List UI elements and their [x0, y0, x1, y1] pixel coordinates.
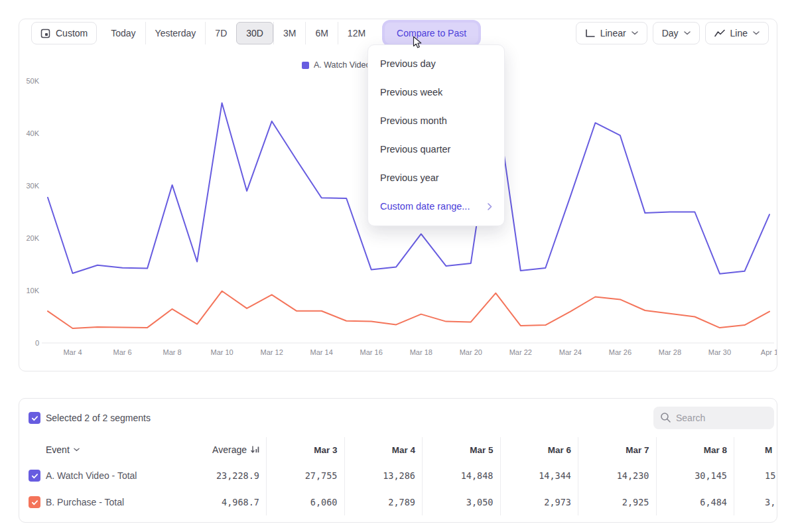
- svg-text:30K: 30K: [26, 182, 39, 190]
- compare-to-past-menu: Previous day Previous week Previous mont…: [367, 44, 505, 226]
- date-column-header: Mar 6: [500, 437, 578, 462]
- menu-item-previous-week[interactable]: Previous week: [368, 78, 504, 107]
- legend-swatch: [302, 62, 309, 69]
- date-column-header: Mar 4: [344, 437, 423, 462]
- svg-text:Mar 16: Mar 16: [360, 348, 383, 356]
- row-value: 6,060: [266, 489, 344, 515]
- date-column-header: Mar 8: [656, 437, 734, 462]
- row-checkbox[interactable]: [29, 470, 40, 482]
- row-label: B. Purchase - Total: [46, 497, 124, 507]
- select-all-checkbox[interactable]: [29, 412, 40, 424]
- check-icon: [31, 472, 38, 480]
- chevron-down-icon: [753, 31, 760, 35]
- svg-text:10K: 10K: [26, 287, 39, 295]
- row-average: 4,968.7: [185, 497, 266, 507]
- chart-display-controls: Linear Day Line: [576, 22, 769, 44]
- svg-text:Mar 6: Mar 6: [113, 348, 131, 356]
- row-value-clipped: 15,: [734, 462, 777, 489]
- svg-text:Mar 14: Mar 14: [310, 348, 333, 356]
- search-box: [653, 407, 774, 429]
- range-today[interactable]: Today: [101, 22, 145, 44]
- row-average: 23,228.9: [185, 470, 266, 481]
- svg-text:Mar 22: Mar 22: [509, 348, 532, 356]
- row-label: A. Watch Video - Total: [46, 470, 137, 481]
- custom-range-label: Custom: [56, 28, 88, 38]
- menu-item-previous-month[interactable]: Previous month: [368, 107, 504, 135]
- date-column-header: Mar 7: [578, 437, 656, 462]
- scale-label: Linear: [600, 28, 626, 38]
- date-range-group: Today Yesterday 7D 30D 3M 6M 12M: [101, 22, 375, 44]
- event-column-header[interactable]: Event: [19, 444, 185, 455]
- event-header-label: Event: [46, 444, 70, 455]
- segments-card: Selected 2 of 2 segments Event Average M…: [19, 398, 777, 523]
- row-value: 14,344: [500, 462, 578, 489]
- chart-type-label: Line: [730, 28, 748, 38]
- date-column-header: Mar 5: [422, 437, 500, 462]
- row-value: 13,286: [344, 462, 423, 489]
- segments-selected-text: Selected 2 of 2 segments: [46, 413, 151, 423]
- interval-dropdown[interactable]: Day: [653, 22, 700, 44]
- menu-item-custom-date-range[interactable]: Custom date range...: [368, 192, 504, 221]
- date-column-header-clipped: M: [734, 437, 777, 462]
- svg-text:Apr 1: Apr 1: [761, 348, 777, 356]
- chevron-down-icon: [684, 31, 691, 35]
- linear-axis-icon: [585, 29, 595, 38]
- row-value-clipped: 3,: [734, 489, 777, 515]
- svg-text:Mar 24: Mar 24: [559, 348, 582, 356]
- date-column-header: Mar 3: [266, 437, 344, 462]
- scale-dropdown[interactable]: Linear: [576, 22, 647, 44]
- row-value: 6,484: [656, 489, 734, 515]
- svg-text:Mar 12: Mar 12: [261, 348, 283, 356]
- average-header-label: Average: [212, 444, 247, 455]
- search-icon: [660, 412, 671, 423]
- row-value: 27,755: [266, 462, 344, 489]
- menu-item-previous-quarter[interactable]: Previous quarter: [368, 135, 504, 164]
- row-value: 14,230: [578, 462, 656, 489]
- table-header-row: Event Average Mar 3 Mar 4 Mar 5 Mar 6 Ma…: [19, 437, 777, 462]
- custom-range-button[interactable]: Custom: [31, 22, 97, 44]
- search-input[interactable]: [676, 407, 771, 429]
- sort-descending-icon: [251, 446, 259, 454]
- check-icon: [31, 415, 38, 422]
- segments-header: Selected 2 of 2 segments: [29, 407, 774, 429]
- compare-to-past-button[interactable]: Compare to Past: [385, 23, 478, 44]
- chevron-down-icon: [74, 448, 80, 452]
- svg-text:50K: 50K: [26, 77, 39, 85]
- chevron-right-icon: [488, 203, 492, 210]
- row-value: 30,145: [656, 462, 734, 489]
- custom-date-range-label: Custom date range...: [380, 192, 470, 221]
- range-12m[interactable]: 12M: [338, 22, 375, 44]
- svg-text:Mar 30: Mar 30: [708, 348, 731, 356]
- svg-text:Mar 28: Mar 28: [659, 348, 681, 356]
- line-chart-icon: [714, 29, 725, 37]
- svg-text:Mar 8: Mar 8: [163, 348, 182, 356]
- range-6m[interactable]: 6M: [305, 22, 337, 44]
- chart-type-dropdown[interactable]: Line: [705, 22, 769, 44]
- row-value: 2,789: [344, 489, 423, 515]
- range-3m[interactable]: 3M: [273, 22, 305, 44]
- svg-text:Mar 18: Mar 18: [410, 348, 432, 356]
- row-value: 3,050: [422, 489, 500, 515]
- date-range-toolbar: Custom Today Yesterday 7D 30D 3M 6M 12M …: [31, 21, 769, 45]
- row-value: 2,925: [578, 489, 656, 515]
- chart-card: Custom Today Yesterday 7D 30D 3M 6M 12M …: [19, 19, 777, 371]
- range-7d[interactable]: 7D: [205, 22, 236, 44]
- average-column-header[interactable]: Average: [185, 444, 266, 455]
- svg-text:Mar 10: Mar 10: [210, 348, 233, 356]
- menu-item-previous-year[interactable]: Previous year: [368, 164, 504, 192]
- interval-label: Day: [662, 28, 679, 38]
- mouse-cursor-icon: [412, 36, 423, 49]
- range-30d[interactable]: 30D: [236, 22, 273, 44]
- menu-item-previous-day[interactable]: Previous day: [368, 50, 504, 78]
- segments-table: Event Average Mar 3 Mar 4 Mar 5 Mar 6 Ma…: [19, 437, 777, 515]
- svg-text:40K: 40K: [26, 129, 39, 137]
- row-value: 2,973: [500, 489, 578, 515]
- table-row: A. Watch Video - Total 23,228.9 27,755 1…: [19, 462, 777, 489]
- range-yesterday[interactable]: Yesterday: [145, 22, 206, 44]
- check-icon: [31, 499, 38, 506]
- chevron-down-icon: [631, 31, 638, 35]
- svg-text:0: 0: [35, 339, 39, 347]
- table-row: B. Purchase - Total 4,968.7 6,060 2,789 …: [19, 489, 777, 515]
- svg-text:Mar 26: Mar 26: [609, 348, 631, 356]
- row-checkbox[interactable]: [29, 496, 40, 508]
